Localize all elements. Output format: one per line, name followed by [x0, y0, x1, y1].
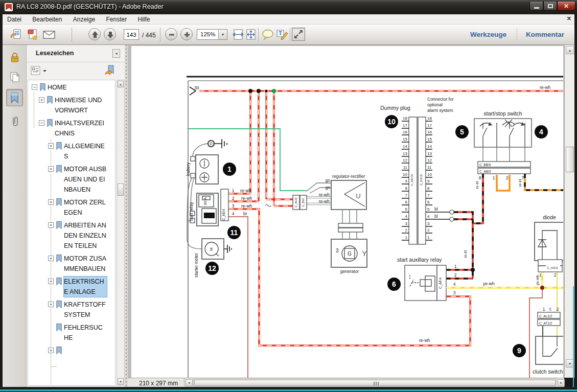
bookmark-item-motor-zusammenbauen[interactable]: + MOTOR ZUSAMMENBAUEN [28, 253, 115, 274]
print-button[interactable] [26, 29, 39, 41]
bookmark-item-fehlersuche[interactable]: FEHLERSUCHE [28, 322, 115, 343]
menubar-close-icon[interactable]: ✕ [567, 15, 571, 22]
kommentar-link[interactable]: Kommentar [526, 31, 564, 38]
scrollbar-thumb[interactable] [194, 380, 556, 386]
bookmarks-scrollbar[interactable]: ▲ ▼ [117, 80, 125, 386]
component-label: diode [543, 214, 556, 220]
wire-label: re-wh [241, 196, 252, 201]
menu-datei[interactable]: Datei [3, 14, 26, 25]
expander-icon[interactable]: + [48, 302, 54, 307]
scroll-left-icon[interactable]: ◄ [186, 379, 193, 386]
menu-bearbeiten[interactable]: Bearbeiten [28, 14, 66, 25]
menu-anzeige[interactable]: Anzeige [68, 14, 100, 25]
fit-width-button[interactable] [232, 29, 245, 41]
fit-page-button[interactable] [244, 29, 258, 41]
wire-label: or-bl [518, 179, 522, 187]
expander-icon[interactable]: + [48, 143, 54, 149]
svg-text:10: 10 [427, 172, 432, 177]
locate-bookmark-button[interactable] [104, 64, 117, 77]
expander-icon[interactable]: + [48, 166, 54, 172]
scroll-right-icon[interactable]: ► [558, 379, 565, 386]
ground-icon [224, 245, 232, 253]
expander-icon[interactable]: − [39, 120, 44, 126]
bookmark-item-motor-ausbauen[interactable]: + MOTOR AUSBAUEN UND EINBAUEN [28, 164, 115, 195]
bookmark-item-kraftstoffsystem[interactable]: + KRAFTSTOFFSYSTEM [28, 299, 115, 320]
scrollbar-thumb[interactable] [118, 183, 124, 196]
svg-text:9: 9 [427, 179, 430, 183]
bookmark-label[interactable]: HINWEISE UND VORWORT [55, 95, 106, 116]
scroll-up-icon[interactable]: ▲ [566, 46, 574, 54]
document-horizontal-scrollbar[interactable] [193, 379, 557, 387]
menu-fenster[interactable]: Fenster [101, 14, 131, 25]
bookmark-item-inhaltsverzeichnis[interactable]: − INHALTSVERZEICHNIS [28, 118, 115, 139]
expander-icon[interactable]: + [48, 348, 54, 353]
attachments-button[interactable] [6, 112, 23, 130]
werkzeuge-link[interactable]: Werkzeuge [470, 31, 506, 38]
zoom-level-select[interactable]: 125% ▼ [197, 29, 227, 40]
generator-y-symbol: Y [362, 249, 367, 258]
expander-icon[interactable]: + [48, 199, 54, 205]
svg-text:17: 17 [403, 123, 407, 128]
options-menu-button[interactable] [31, 65, 48, 77]
svg-text:14: 14 [403, 144, 407, 149]
bookmark-item-allgemeines[interactable]: + ALLGEMEINES [28, 141, 115, 162]
diode-component [535, 222, 563, 272]
menu-hilfe[interactable]: Hilfe [133, 14, 155, 25]
svg-text:12: 12 [403, 158, 407, 163]
bookmarks-panel-button[interactable] [6, 89, 23, 106]
svg-text:13: 13 [403, 151, 407, 156]
minimize-button[interactable] [529, 1, 543, 11]
bookmark-item-elektrische-anlage[interactable]: + ELEKTRISCHE ANLAGE [28, 276, 115, 297]
bookmark-label[interactable]: ALLGEMEINES [64, 141, 107, 162]
zoom-out-button[interactable] [165, 28, 177, 40]
bookmark-item-home[interactable]: − HOME [28, 82, 115, 93]
pin-number: 8 [479, 175, 481, 180]
bookmark-label[interactable]: ARBEITEN AN DEN EINZELNEN TEILEN [64, 220, 107, 251]
zoom-in-button[interactable] [180, 28, 193, 40]
expander-icon[interactable]: + [48, 222, 54, 228]
pin-number: 2 [557, 307, 559, 312]
bookmark-label[interactable]: KRAFTSTOFFSYSTEM [64, 299, 107, 320]
chevron-down-icon[interactable]: ▼ [218, 30, 227, 39]
expander-icon[interactable]: + [48, 279, 54, 284]
expander-icon[interactable]: + [39, 97, 44, 103]
next-page-button[interactable] [104, 28, 116, 40]
reading-mode-button[interactable] [292, 28, 305, 41]
connector-code: C_AB/9 [479, 170, 491, 174]
expander-icon[interactable]: − [32, 84, 37, 90]
comment-bubble-button[interactable] [261, 29, 274, 41]
bookmark-label[interactable]: HOME [48, 82, 104, 93]
bookmark-icon [55, 142, 63, 151]
open-file-button[interactable] [10, 29, 23, 41]
bookmark-label[interactable]: ELEKTRISCHE ANLAGE [64, 276, 107, 297]
bookmark-item-arbeiten[interactable]: + ARBEITEN AN DEN EINZELNEN TEILEN [28, 220, 115, 251]
bookmark-item-motor-zerlegen[interactable]: + MOTOR ZERLEGEN [28, 197, 115, 218]
close-button[interactable]: ✕ [557, 1, 575, 11]
expander-icon[interactable]: + [48, 256, 54, 261]
page-number-input[interactable] [124, 29, 139, 40]
scroll-down-icon[interactable]: ▼ [118, 378, 124, 385]
bookmark-item-hinweise[interactable]: + HINWEISE UND VORWORT [28, 95, 115, 116]
title-bar[interactable]: RA LC8 2008-D.pdf (GESCHÜTZT) - Adobe Re… [0, 0, 577, 14]
pin-number: 1 [454, 264, 457, 269]
scroll-up-icon[interactable]: ▲ [118, 81, 124, 87]
maximize-button[interactable] [543, 1, 557, 11]
collapse-panel-button[interactable]: ◄ [112, 49, 120, 58]
bookmark-icon [46, 119, 54, 128]
bookmark-label[interactable]: INHALTSVERZEICHNIS [55, 118, 106, 139]
bookmark-label[interactable]: MOTOR AUSBAUEN UND EINBAUEN [64, 164, 107, 195]
sign-text-button[interactable]: T [275, 29, 289, 41]
starter-motor-component [202, 239, 232, 259]
scrollbar-thumb[interactable] [566, 147, 574, 172]
dummy-plug-pin-numbers-left: 181716151413121110987654321 [403, 116, 407, 240]
bookmark-label[interactable]: MOTOR ZUSAMMENBAUEN [64, 253, 107, 274]
bookmark-icon [39, 83, 47, 92]
previous-page-button[interactable] [88, 28, 101, 40]
wire-label: re-wh [419, 338, 430, 343]
email-button[interactable] [42, 29, 56, 41]
security-lock-button[interactable] [6, 49, 23, 66]
bookmark-item-partial[interactable]: + [28, 345, 115, 355]
bookmark-label[interactable]: MOTOR ZERLEGEN [64, 197, 107, 218]
bookmark-label[interactable]: FEHLERSUCHE [64, 322, 107, 343]
page-thumbnails-button[interactable] [6, 68, 23, 86]
